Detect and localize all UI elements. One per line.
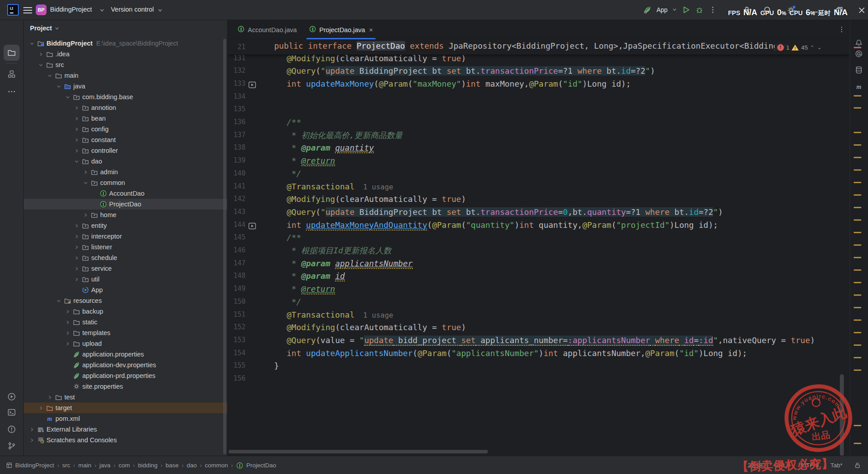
breadcrumb-item[interactable]: common xyxy=(205,462,228,469)
tree-chevron-icon[interactable] xyxy=(27,40,36,47)
tree-item-resources[interactable]: resources xyxy=(24,295,227,306)
horizontal-scrollbar[interactable] xyxy=(229,450,488,453)
tree-item-java[interactable]: java xyxy=(24,81,227,92)
tree-chevron-icon[interactable] xyxy=(72,276,81,283)
tree-item-util[interactable]: util xyxy=(24,274,227,285)
error-stripe-mark-warning[interactable] xyxy=(854,207,861,208)
tree-item-test[interactable]: test xyxy=(24,392,227,403)
line-number[interactable]: 136 xyxy=(228,116,246,129)
error-stripe-mark-warning[interactable] xyxy=(854,144,861,146)
tree-item-upload[interactable]: upload xyxy=(24,338,227,349)
more-tools-icon[interactable] xyxy=(4,84,20,100)
tree-chevron-icon[interactable] xyxy=(36,50,45,58)
code-line-149[interactable]: 149 * @return xyxy=(228,282,836,295)
error-stripe-mark-warning[interactable] xyxy=(854,307,861,308)
tree-chevron-icon[interactable] xyxy=(81,211,90,218)
sticky-header-line[interactable]: 21public interface ProjectDao extends Jp… xyxy=(228,39,849,55)
tree-chevron-icon[interactable] xyxy=(72,265,81,272)
tree-chevron-icon[interactable] xyxy=(36,61,45,68)
tree-item-config[interactable]: config xyxy=(24,124,227,134)
terminal-icon[interactable] xyxy=(4,404,20,420)
tree-item-annotion[interactable]: annotion xyxy=(24,102,227,113)
tree-item-static[interactable]: static xyxy=(24,317,227,327)
close-button[interactable] xyxy=(857,5,867,17)
error-stripe-mark-warning[interactable] xyxy=(854,194,861,196)
line-number[interactable]: 134 xyxy=(228,90,246,103)
run-tool-icon[interactable] xyxy=(4,389,20,405)
tree-item-dao[interactable]: dao xyxy=(24,156,227,167)
line-number[interactable]: 153 xyxy=(228,334,246,347)
line-number[interactable]: 144 xyxy=(228,218,246,231)
problems-icon[interactable] xyxy=(4,421,20,437)
tree-item-service[interactable]: service xyxy=(24,263,227,274)
chevron-down-icon[interactable] xyxy=(672,6,677,14)
line-number[interactable]: 148 xyxy=(228,269,246,282)
tree-chevron-icon[interactable] xyxy=(27,436,36,444)
error-stripe-mark-warning[interactable] xyxy=(854,182,861,183)
project-name-menu[interactable]: BiddingProject xyxy=(50,6,92,13)
line-number[interactable]: 154 xyxy=(228,347,246,360)
code-line-142[interactable]: 142@Modifying(clearAutomatically = true) xyxy=(228,193,836,206)
line-number[interactable]: 135 xyxy=(228,103,246,116)
line-number[interactable]: 145 xyxy=(228,231,246,244)
maven-icon[interactable]: m xyxy=(855,83,863,93)
tree-item-accountdao[interactable]: IAccountDao xyxy=(24,188,227,199)
breadcrumb-item[interactable]: bidding xyxy=(138,462,158,469)
tree-chevron-icon[interactable] xyxy=(27,426,36,433)
error-stripe-mark-warning[interactable] xyxy=(854,107,861,109)
code-line-147[interactable]: 147 * @param applicantsNumber xyxy=(228,257,836,270)
breadcrumb-item[interactable]: src xyxy=(62,462,70,469)
kebab-menu-icon[interactable] xyxy=(708,5,717,14)
tree-chevron-icon[interactable] xyxy=(63,93,72,101)
editor-area[interactable]: IAccountDao.javaIProjectDao.java× 131@Mo… xyxy=(228,20,849,456)
tree-item-application-properties[interactable]: application.properties xyxy=(24,349,227,360)
error-stripe-mark-warning[interactable] xyxy=(854,157,861,158)
code-line-153[interactable]: 153@Query(value = "update bidd_project s… xyxy=(228,334,836,347)
database-icon[interactable] xyxy=(855,66,863,76)
line-number[interactable]: 156 xyxy=(228,372,246,385)
tree-chevron-icon[interactable] xyxy=(81,179,90,186)
tree-item--idea[interactable]: .idea xyxy=(24,49,227,59)
tree-item-app[interactable]: App xyxy=(24,285,227,295)
line-number[interactable]: 142 xyxy=(228,193,246,206)
breadcrumb-item[interactable]: base xyxy=(165,462,178,469)
tree-chevron-icon[interactable] xyxy=(72,158,81,165)
run-config-name[interactable]: App xyxy=(656,6,668,13)
code-line-141[interactable]: 141@Transactional 1 usage xyxy=(228,180,836,193)
tab-accountdao-java[interactable]: IAccountDao.java xyxy=(232,20,302,39)
code-line-132[interactable]: 132@Query("update BiddingProject bt set … xyxy=(228,64,836,77)
tree-chevron-icon[interactable] xyxy=(54,297,63,304)
tree-item-backup[interactable]: backup xyxy=(24,306,227,317)
code-line-134[interactable]: 134 xyxy=(228,90,836,103)
tree-item-external-libraries[interactable]: External Libraries xyxy=(24,424,227,435)
tree-chevron-icon[interactable] xyxy=(54,83,63,90)
line-number[interactable]: 151 xyxy=(228,308,246,321)
error-stripe-mark-warning[interactable] xyxy=(854,232,861,233)
version-control-icon[interactable] xyxy=(4,438,20,454)
tree-item-pom-xml[interactable]: mpom.xml xyxy=(24,413,227,424)
code-line-133[interactable]: 133int updateMaxMoney(@Param("maxMoney")… xyxy=(228,77,836,90)
tree-item-controller[interactable]: controller xyxy=(24,145,227,156)
error-stripe-mark-warning[interactable] xyxy=(854,269,861,271)
error-stripe-mark-warning[interactable] xyxy=(854,294,861,296)
project-tree-scrollbar[interactable] xyxy=(223,39,226,454)
tree-item-scratches-and-consoles[interactable]: Scratches and Consoles xyxy=(24,435,227,445)
tree-item-interceptor[interactable]: interceptor xyxy=(24,231,227,242)
run-button[interactable] xyxy=(682,5,690,14)
tree-chevron-icon[interactable] xyxy=(36,404,45,411)
line-number[interactable]: 152 xyxy=(228,321,246,334)
tree-chevron-icon[interactable] xyxy=(72,115,81,122)
error-stripe-mark-warning[interactable] xyxy=(854,425,861,426)
tree-item-projectdao[interactable]: IProjectDao xyxy=(24,199,227,210)
tab-options-kebab-icon[interactable] xyxy=(838,25,846,35)
error-stripe-mark-warning[interactable] xyxy=(854,357,861,358)
line-number[interactable]: 132 xyxy=(228,64,246,77)
line-number[interactable]: 139 xyxy=(228,154,246,167)
tree-item-listener[interactable]: listener xyxy=(24,242,227,252)
project-panel-header[interactable]: Project xyxy=(30,25,59,32)
tree-item-site-properties[interactable]: site.properties xyxy=(24,381,227,392)
line-number[interactable]: 155 xyxy=(228,359,246,372)
code-line-137[interactable]: 137 * 初始化最高价,更新商品数量 xyxy=(228,129,836,142)
code-line-136[interactable]: 136/** xyxy=(228,116,836,129)
tree-chevron-icon[interactable] xyxy=(72,222,81,229)
